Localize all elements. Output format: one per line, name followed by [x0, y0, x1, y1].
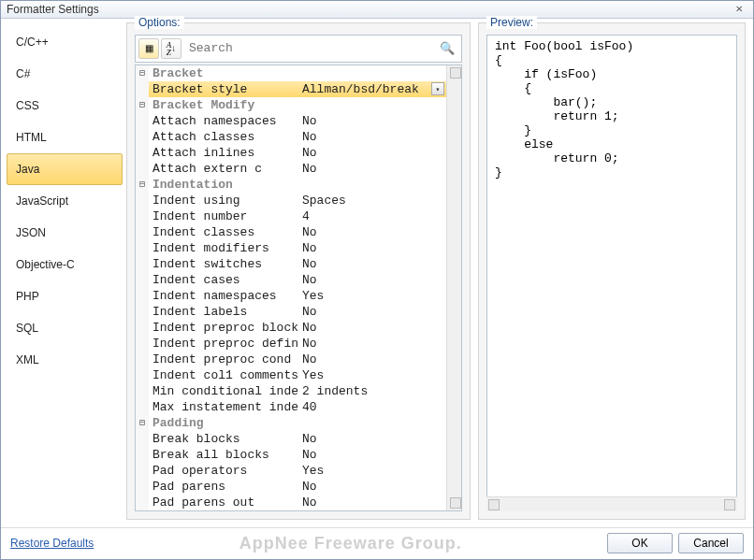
property-value[interactable]: No [298, 447, 446, 463]
sidebar-item-objectivec[interactable]: Objective-C [7, 249, 123, 280]
property-row[interactable]: Indent modifiersNo [136, 240, 446, 256]
property-value[interactable]: No [298, 145, 446, 161]
property-row[interactable]: Pad parens outNo [136, 495, 446, 510]
ok-button[interactable]: OK [607, 533, 673, 553]
sidebar-item-html[interactable]: HTML [7, 122, 123, 153]
group-name: Indentation [149, 177, 298, 193]
property-row[interactable]: Indent preproc defineNo [136, 336, 446, 352]
cancel-button[interactable]: Cancel [678, 533, 744, 553]
dropdown-icon[interactable]: ▾ [431, 82, 444, 95]
property-value[interactable]: No [298, 304, 446, 320]
property-row[interactable]: Max instatement indent40 [136, 399, 446, 415]
property-row[interactable]: Pad parensNo [136, 479, 446, 495]
property-group[interactable]: ⊟Indentation [136, 177, 446, 193]
sidebar-item-cc[interactable]: C/C++ [7, 26, 123, 58]
property-value[interactable]: Yes [298, 288, 446, 304]
sidebar-item-java[interactable]: Java [7, 153, 123, 185]
property-value[interactable]: No [298, 224, 446, 240]
property-grid: ⊟BracketBracket styleAllman/bsd/break▾⊟B… [135, 65, 462, 511]
search-icon[interactable]: 🔍 [440, 41, 455, 55]
property-row[interactable]: Indent switchesNo [136, 256, 446, 272]
property-name: Indent using [149, 193, 298, 208]
categorize-button[interactable]: ▦ [138, 38, 159, 59]
sidebar-item-xml[interactable]: XML [7, 344, 123, 376]
property-name: Indent number [149, 208, 298, 224]
property-value[interactable]: No [298, 352, 446, 367]
property-name: Indent preproc cond [149, 352, 298, 367]
property-value[interactable]: No [298, 129, 446, 145]
property-value[interactable]: 40 [298, 399, 446, 415]
property-row[interactable]: Attach classesNo [136, 129, 446, 145]
property-value[interactable]: 4 [298, 208, 446, 224]
property-value[interactable]: No [298, 336, 446, 352]
sidebar-item-javascript[interactable]: JavaScript [7, 185, 123, 217]
options-toolbar: ▦ AZ↓ 🔍 [135, 35, 462, 63]
property-row[interactable]: Indent preproc blockNo [136, 320, 446, 336]
property-row[interactable]: Indent labelsNo [136, 304, 446, 320]
property-value[interactable]: No [298, 256, 446, 272]
property-row[interactable]: Break blocksNo [136, 431, 446, 447]
property-group[interactable]: ⊟Padding [136, 415, 446, 431]
collapse-icon[interactable]: ⊟ [136, 65, 149, 81]
property-value[interactable]: No [298, 240, 446, 256]
property-name: Indent preproc define [149, 336, 298, 352]
collapse-icon[interactable]: ⊟ [136, 177, 149, 193]
property-value[interactable]: No [298, 272, 446, 288]
property-group[interactable]: ⊟Bracket Modify [136, 97, 446, 113]
property-value[interactable]: No [298, 495, 446, 510]
horizontal-scrollbar[interactable] [486, 496, 737, 511]
property-name: Attach classes [149, 129, 298, 145]
property-row[interactable]: Attach extern cNo [136, 161, 446, 177]
property-row[interactable]: Bracket styleAllman/bsd/break▾ [136, 81, 446, 97]
vertical-scrollbar[interactable] [446, 65, 461, 510]
property-value[interactable]: No [298, 320, 446, 336]
property-value[interactable]: Spaces [298, 193, 446, 208]
property-name: Pad parens out [149, 495, 298, 510]
collapse-icon[interactable]: ⊟ [136, 97, 149, 113]
property-value[interactable]: No [298, 161, 446, 177]
property-value[interactable]: Yes [298, 463, 446, 479]
search-input[interactable] [187, 39, 440, 57]
property-row[interactable]: Indent preproc condNo [136, 352, 446, 367]
property-row[interactable]: Attach namespacesNo [136, 113, 446, 129]
property-value[interactable]: No [298, 479, 446, 495]
restore-defaults-link[interactable]: Restore Defaults [10, 537, 94, 550]
property-name: Indent cases [149, 272, 298, 288]
titlebar: Formatter Settings ✕ [1, 1, 753, 19]
property-row[interactable]: Indent number4 [136, 208, 446, 224]
close-icon[interactable]: ✕ [731, 3, 747, 16]
property-row[interactable]: Indent col1 commentsYes [136, 367, 446, 383]
sidebar-item-json[interactable]: JSON [7, 217, 123, 249]
property-row[interactable]: Break all blocksNo [136, 447, 446, 463]
sidebar-item-css[interactable]: CSS [7, 90, 123, 122]
property-row[interactable]: Indent classesNo [136, 224, 446, 240]
collapse-icon[interactable]: ⊟ [136, 415, 149, 431]
sidebar-item-php[interactable]: PHP [7, 280, 123, 312]
property-name: Indent namespaces [149, 288, 298, 304]
main-area: Options: ▦ AZ↓ 🔍 ⊟BracketBracket styleAl… [123, 19, 753, 527]
property-value[interactable]: Yes [298, 367, 446, 383]
property-name: Indent modifiers [149, 240, 298, 256]
property-row[interactable]: Attach inlinesNo [136, 145, 446, 161]
property-value[interactable]: Allman/bsd/break▾ [298, 81, 446, 97]
options-legend: Options: [135, 16, 184, 29]
sidebar-item-c[interactable]: C# [7, 58, 123, 90]
property-name: Pad operators [149, 463, 298, 479]
property-name: Attach inlines [149, 145, 298, 161]
property-name: Break all blocks [149, 447, 298, 463]
property-scroll: ⊟BracketBracket styleAllman/bsd/break▾⊟B… [136, 65, 446, 510]
property-group[interactable]: ⊟Bracket [136, 65, 446, 81]
property-name: Break blocks [149, 431, 298, 447]
property-row[interactable]: Indent usingSpaces [136, 193, 446, 208]
property-row[interactable]: Indent namespacesYes [136, 288, 446, 304]
window-title: Formatter Settings [7, 3, 99, 16]
property-value[interactable]: 2 indents [298, 383, 446, 399]
property-value[interactable]: No [298, 431, 446, 447]
content: C/C++C#CSSHTMLJavaJavaScriptJSONObjectiv… [1, 19, 753, 527]
sort-az-button[interactable]: AZ↓ [161, 38, 181, 59]
sidebar-item-sql[interactable]: SQL [7, 312, 123, 344]
property-value[interactable]: No [298, 113, 446, 129]
property-row[interactable]: Pad operatorsYes [136, 463, 446, 479]
property-row[interactable]: Min conditional indent2 indents [136, 383, 446, 399]
property-row[interactable]: Indent casesNo [136, 272, 446, 288]
